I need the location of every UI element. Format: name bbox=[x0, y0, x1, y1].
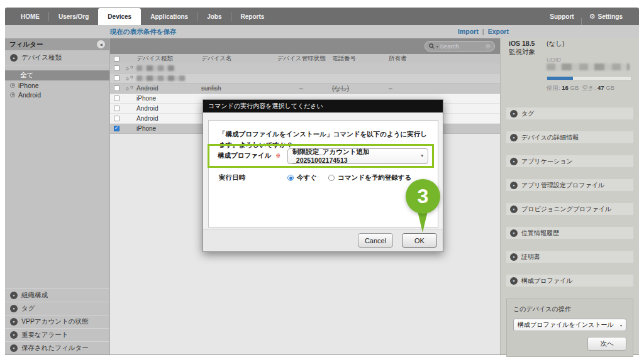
filter-section[interactable]: ▼ 保存されたフィルター bbox=[5, 341, 109, 354]
chevron-down-icon: ▼ bbox=[10, 344, 18, 352]
row-checkbox[interactable] bbox=[114, 116, 119, 121]
device-panel-section[interactable]: ▼ 位置情報履歴 bbox=[506, 227, 633, 239]
search-scope-caret-icon[interactable]: ▾ bbox=[436, 45, 438, 48]
supervision-label: 監視対象 bbox=[509, 48, 535, 57]
row-checkbox[interactable] bbox=[114, 85, 119, 91]
table-row[interactable]: iPhone iPhone – (なし) bbox=[110, 74, 500, 84]
device-panel-section[interactable]: ▼ プロビジョニングプロファイル bbox=[506, 203, 633, 215]
sub-toolbar: 現在の表示条件を保存 Import | Export bbox=[5, 25, 639, 38]
device-type-option[interactable]: Android bbox=[5, 90, 109, 99]
nav-tab[interactable]: Jobs bbox=[197, 8, 231, 25]
cancel-button[interactable]: Cancel bbox=[358, 233, 393, 248]
operation-select[interactable]: 構成プロファイルをインストール ▾ bbox=[513, 319, 626, 331]
column-header[interactable]: デバイス管理状態 bbox=[270, 55, 332, 63]
save-view-conditions-link[interactable]: 現在の表示条件を保存 bbox=[110, 28, 177, 36]
redacted-owner bbox=[136, 75, 186, 81]
search-icon bbox=[429, 43, 435, 49]
chevron-down-icon: ▼ bbox=[510, 253, 518, 261]
search-input[interactable]: ▾ Search ⊗ bbox=[425, 41, 495, 52]
profile-select[interactable]: 制限設定_アカウント追加_20251002174513 ▾ bbox=[287, 148, 428, 164]
filter-section[interactable]: ▼ 組織構成 bbox=[5, 288, 109, 302]
radio-icon bbox=[10, 92, 15, 97]
device-type-option[interactable]: 全て bbox=[5, 70, 109, 80]
export-link[interactable]: Export bbox=[488, 28, 509, 35]
device-panel-section[interactable]: ▼ 構成プロファイル bbox=[506, 275, 633, 287]
import-link[interactable]: Import bbox=[458, 28, 479, 35]
device-panel-section[interactable]: ▼ アプリケーション bbox=[506, 155, 633, 167]
device-panel-section[interactable]: ▼ 証明書 bbox=[506, 251, 633, 263]
radio-schedule[interactable]: コマンドを予約登録する bbox=[328, 173, 411, 182]
nav-tab[interactable]: Users/Org bbox=[49, 8, 98, 25]
required-mark: ※ bbox=[275, 153, 280, 159]
filter-section-device-type[interactable]: ▲ デバイス種類 bbox=[5, 50, 109, 65]
none-value: (なし) bbox=[547, 40, 565, 48]
nav-tab[interactable]: Applications bbox=[141, 8, 197, 25]
nav-tabs: HOME Users/Org Devices Applications Jobs… bbox=[5, 8, 274, 25]
select-all-checkbox[interactable] bbox=[114, 56, 119, 62]
device-type-options: 全て iPhone Android bbox=[5, 70, 109, 99]
radio-run-now[interactable]: 今すぐ bbox=[287, 173, 317, 182]
nav-tab[interactable]: Devices bbox=[98, 8, 141, 25]
row-checkbox[interactable] bbox=[114, 75, 119, 81]
collapse-sidebar-icon[interactable]: ◀ bbox=[97, 40, 105, 48]
device-panel-section[interactable]: ▼ タグ bbox=[506, 107, 633, 119]
device-type-option[interactable]: iPhone bbox=[5, 80, 109, 90]
redacted-udid bbox=[547, 63, 630, 70]
row-checkbox[interactable] bbox=[114, 126, 119, 131]
udid-label: UDID bbox=[547, 56, 561, 63]
row-checkbox[interactable] bbox=[114, 96, 119, 101]
table-header-row: デバイス種類 デバイス名 デバイス管理状態 電話番号 所有者 bbox=[110, 54, 500, 63]
operation-title: このデバイスの操作 bbox=[513, 305, 626, 314]
filter-section[interactable]: ▼ VPPアカウントの状態 bbox=[5, 315, 109, 328]
chevron-down-icon: ▼ bbox=[10, 318, 18, 326]
dialog-footer: Cancel OK bbox=[203, 229, 443, 251]
chevron-down-icon: ▼ bbox=[510, 110, 518, 118]
device-os-version: iOS 18.5 bbox=[509, 40, 535, 47]
chevron-down-icon: ▼ bbox=[10, 292, 18, 299]
chevron-down-icon: ▾ bbox=[421, 153, 423, 158]
command-dialog: コマンドの実行内容を選択してください 「構成プロファイルをインストール」コマンド… bbox=[203, 99, 443, 252]
broken-link-icon bbox=[126, 64, 133, 72]
import-export-separator: | bbox=[482, 28, 484, 35]
redacted-owner bbox=[136, 65, 174, 71]
chevron-down-icon: ▾ bbox=[620, 323, 622, 327]
support-link[interactable]: Support bbox=[542, 13, 581, 20]
column-header[interactable]: 電話番号 bbox=[332, 55, 389, 63]
radio-icon bbox=[10, 83, 15, 88]
nav-tab[interactable]: Reports bbox=[231, 8, 274, 25]
storage-bar bbox=[547, 76, 631, 80]
row-checkbox[interactable] bbox=[114, 106, 119, 111]
chevron-down-icon: ▼ bbox=[510, 229, 518, 237]
column-header[interactable]: デバイス種類 bbox=[136, 55, 201, 63]
nav-tab[interactable]: HOME bbox=[11, 8, 49, 25]
column-header[interactable]: 所有者 bbox=[389, 55, 500, 63]
table-toolbar: ▾ Search ⊗ bbox=[110, 38, 500, 54]
table-row[interactable]: Android sunfish – (なし) – bbox=[110, 84, 500, 94]
device-detail-panel: iOS 18.5 監視対象 (なし) UDID 使用: 16 GB 空き: 47… bbox=[500, 38, 639, 354]
chevron-down-icon: ▼ bbox=[510, 206, 518, 213]
ok-button[interactable]: OK bbox=[402, 233, 437, 248]
next-button[interactable]: 次へ bbox=[587, 337, 626, 351]
gear-icon: ⚙ bbox=[589, 13, 596, 21]
radio-unselected-icon bbox=[328, 175, 335, 181]
device-panel-section[interactable]: ▼ アプリ管理設定プロファイル bbox=[506, 179, 633, 191]
table-row[interactable]: Android Sarah – (なし) bbox=[110, 63, 500, 74]
storage-usage-text: 使用: 16 GB 空き: 47 GB bbox=[547, 84, 614, 92]
profile-label: 構成プロファイル bbox=[218, 151, 271, 160]
settings-link[interactable]: ⚙ Settings bbox=[582, 13, 630, 21]
column-header[interactable]: デバイス名 bbox=[201, 55, 270, 63]
row-checkbox[interactable] bbox=[114, 65, 119, 71]
device-operation-box: このデバイスの操作 構成プロファイルをインストール ▾ 次へ bbox=[506, 299, 633, 357]
chevron-down-icon: ▼ bbox=[510, 182, 518, 189]
filter-sidebar: フィルター ◀ ▲ デバイス種類 全て iPhone Androi bbox=[5, 38, 110, 354]
device-panel-section[interactable]: ▼ デバイスの詳細情報 bbox=[506, 131, 633, 143]
broken-link-icon bbox=[126, 74, 133, 82]
filter-section[interactable]: ▼ 重要なアラート bbox=[5, 328, 109, 341]
filter-section[interactable]: ▼ タグ bbox=[5, 302, 109, 315]
top-nav-bar: HOME Users/Org Devices Applications Jobs… bbox=[5, 8, 639, 25]
radio-selected-icon bbox=[287, 175, 294, 181]
filter-bottom-sections: ▼ 組織構成 ▼ タグ ▼ VPPアカウントの状態 ▼ 重要なアラート bbox=[5, 288, 109, 354]
filter-header: フィルター ◀ bbox=[5, 38, 109, 50]
search-clear-icon[interactable]: ⊗ bbox=[486, 43, 491, 50]
chevron-down-icon: ▼ bbox=[510, 134, 518, 141]
